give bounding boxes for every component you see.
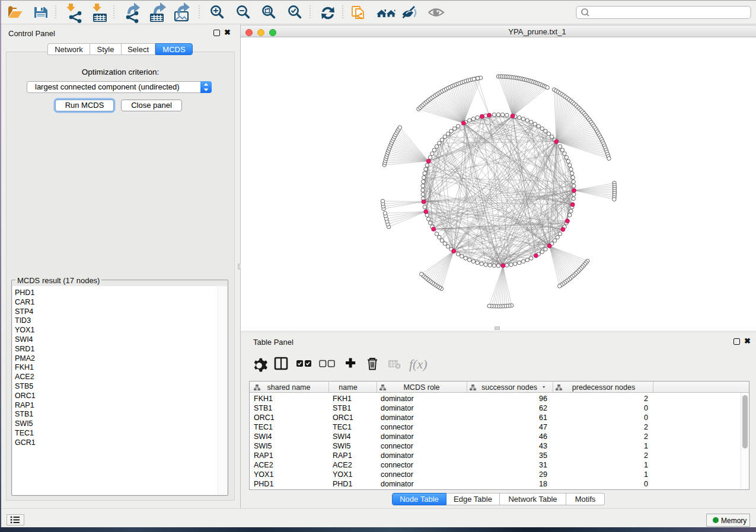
svg-text:MCDS role: MCDS role <box>403 383 439 392</box>
svg-text:predecessor nodes: predecessor nodes <box>572 383 635 392</box>
svg-text:successor nodes: successor nodes <box>481 383 537 392</box>
svg-text:name: name <box>339 383 357 392</box>
svg-text:f(x): f(x) <box>409 357 428 371</box>
svg-text:shared name: shared name <box>267 383 311 392</box>
